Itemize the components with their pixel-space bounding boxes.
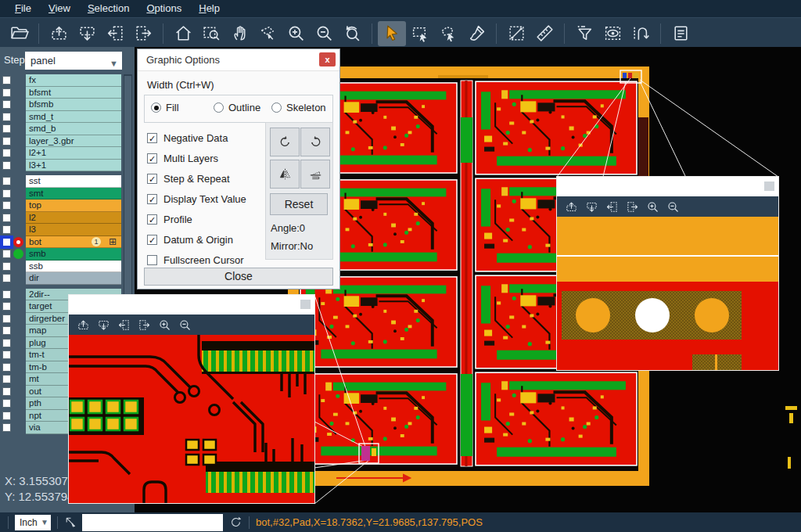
- layer-row-l3+1[interactable]: l3+1: [0, 160, 123, 172]
- unit-select[interactable]: Inch ▼: [15, 515, 51, 530]
- layer-checkbox[interactable]: [2, 387, 11, 396]
- checkbox-box[interactable]: ✓: [147, 194, 157, 204]
- corner-pen-tool[interactable]: [64, 516, 77, 529]
- layer-row-dir[interactable]: dir: [0, 272, 123, 285]
- layer-checkbox[interactable]: [2, 315, 11, 323]
- zoom-window-right[interactable]: [556, 176, 779, 371]
- refresh-button[interactable]: [229, 516, 242, 529]
- zoom-previous-button[interactable]: [338, 21, 366, 46]
- import-left-button[interactable]: [117, 318, 131, 332]
- checkbox-box[interactable]: ✓: [147, 133, 157, 143]
- layer-row-smd_t[interactable]: smd_t: [0, 111, 123, 124]
- checkbox-box[interactable]: ✓: [147, 174, 157, 184]
- zoom-in-button[interactable]: [646, 200, 659, 214]
- zoom-window-right-titlebar[interactable]: [557, 177, 778, 196]
- command-input[interactable]: [82, 514, 223, 531]
- dialog-titlebar[interactable]: Graphic Options x: [138, 49, 339, 71]
- layer-checkbox[interactable]: [2, 339, 11, 347]
- import-down-button[interactable]: [97, 318, 110, 332]
- dialog-close-icon[interactable]: x: [319, 52, 336, 66]
- open-folder-button[interactable]: [5, 21, 33, 46]
- layer-checkbox[interactable]: [2, 238, 11, 246]
- layer-checkbox[interactable]: [2, 350, 11, 359]
- import-left-button[interactable]: [605, 200, 619, 214]
- checkbox-fullscreen-cursor[interactable]: Fullscreen Cursor: [147, 253, 244, 267]
- filter-button[interactable]: [570, 21, 598, 46]
- checkbox-multi-layers[interactable]: ✓Multi Layers: [147, 151, 218, 165]
- import-right-button[interactable]: [626, 200, 639, 214]
- pointer-select-button[interactable]: [378, 21, 406, 46]
- layer-checkbox[interactable]: [2, 189, 11, 198]
- ruler-button[interactable]: [530, 21, 559, 46]
- layer-checkbox[interactable]: [2, 423, 11, 432]
- menu-file[interactable]: File: [6, 0, 40, 17]
- layer-row-top[interactable]: top: [0, 200, 123, 212]
- close-button[interactable]: Close: [144, 268, 333, 286]
- layer-checkbox[interactable]: [2, 177, 11, 185]
- layer-row-smb[interactable]: smb: [0, 248, 123, 261]
- layer-row-bfsmt[interactable]: bfsmt: [0, 87, 123, 99]
- zoom-out-button[interactable]: [178, 318, 192, 332]
- checkbox-datum-origin[interactable]: ✓Datum & Origin: [147, 232, 233, 246]
- import-up-button[interactable]: [565, 200, 578, 214]
- zoom-in-button[interactable]: [158, 318, 171, 332]
- import-down-button[interactable]: [585, 200, 598, 214]
- layer-row-l3[interactable]: l3: [0, 224, 123, 236]
- import-down-button[interactable]: [73, 21, 101, 46]
- layer-checkbox[interactable]: [2, 137, 11, 146]
- layer-checkbox[interactable]: [2, 214, 11, 222]
- scrollbar-thumb[interactable]: [124, 76, 131, 311]
- checkbox-negative-data[interactable]: ✓Negative Data: [147, 131, 228, 145]
- layer-row-bfsmb[interactable]: bfsmb: [0, 99, 123, 111]
- layer-checkbox[interactable]: [2, 250, 11, 258]
- layer-checkbox[interactable]: [2, 262, 11, 271]
- zoom-window-left-titlebar[interactable]: [69, 295, 314, 315]
- brush-button[interactable]: [462, 21, 490, 46]
- menu-selection[interactable]: Selection: [79, 0, 138, 17]
- radio-fill[interactable]: Fill: [151, 102, 179, 113]
- zoom-window-right-close-button[interactable]: [764, 182, 774, 191]
- reset-button[interactable]: Reset: [270, 193, 328, 215]
- layer-row-sst[interactable]: sst: [0, 175, 123, 188]
- checkbox-box[interactable]: [147, 255, 157, 265]
- layer-row-smd_b[interactable]: smd_b: [0, 123, 123, 135]
- import-up-button[interactable]: [77, 318, 90, 332]
- layer-row-bot[interactable]: bot1⊞: [0, 236, 123, 249]
- layer-checkbox[interactable]: [2, 225, 11, 234]
- layer-row-ssb[interactable]: ssb: [0, 261, 123, 273]
- poly-select-button[interactable]: [434, 21, 462, 46]
- view-eye-button[interactable]: [598, 21, 627, 46]
- radio-outline[interactable]: Outline: [214, 102, 260, 113]
- checkbox-box[interactable]: ✓: [147, 214, 157, 225]
- step-select[interactable]: panel ▼: [25, 52, 122, 70]
- layer-checkbox[interactable]: [2, 412, 11, 420]
- zoom-window-right-content[interactable]: [557, 217, 778, 370]
- layer-checkbox[interactable]: [2, 375, 11, 383]
- zoom-window-left-close-button[interactable]: [300, 300, 311, 309]
- layer-checkbox[interactable]: [2, 161, 11, 170]
- layer-checkbox[interactable]: [2, 302, 11, 311]
- pan-hand-button[interactable]: [225, 21, 253, 46]
- mirror-vertical-button[interactable]: [300, 160, 330, 189]
- move-vertex-button[interactable]: [253, 21, 282, 46]
- layer-row-smt[interactable]: smt: [0, 188, 123, 200]
- zoom-out-button[interactable]: [310, 21, 338, 46]
- layer-checkbox[interactable]: [2, 363, 11, 372]
- layer-checkbox[interactable]: [2, 124, 11, 133]
- layer-row-l2+1[interactable]: l2+1: [0, 147, 123, 160]
- mirror-horizontal-button[interactable]: [270, 160, 300, 189]
- layer-row-l2[interactable]: l2: [0, 212, 123, 225]
- layer-checkbox[interactable]: [2, 113, 11, 121]
- radio-skeleton[interactable]: Skeleton: [271, 102, 326, 113]
- layer-checkbox[interactable]: [2, 326, 11, 335]
- import-right-button[interactable]: [138, 318, 151, 332]
- uturn-route-button[interactable]: [627, 21, 655, 46]
- layer-checkbox[interactable]: [2, 88, 11, 97]
- layer-checkbox[interactable]: [2, 399, 11, 408]
- layer-row-layer_3.gbr[interactable]: layer_3.gbr: [0, 135, 123, 148]
- menu-view[interactable]: View: [40, 0, 79, 17]
- checkbox-box[interactable]: ✓: [147, 153, 157, 164]
- layer-row-fx[interactable]: fx: [0, 74, 123, 87]
- measure-diagonal-button[interactable]: [502, 21, 530, 46]
- rect-select-button[interactable]: [406, 21, 434, 46]
